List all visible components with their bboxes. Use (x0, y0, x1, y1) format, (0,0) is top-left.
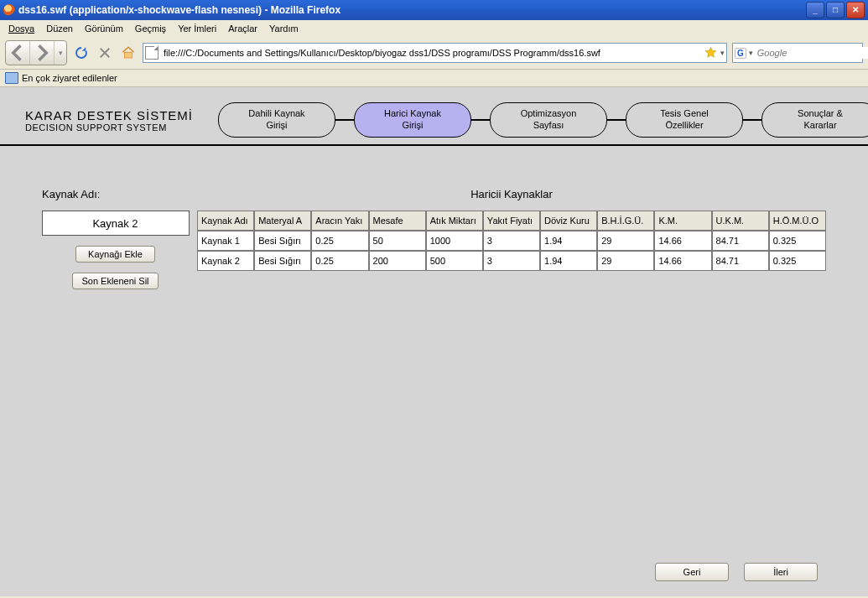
cell: 29 (597, 251, 654, 271)
url-input[interactable] (162, 47, 701, 59)
app-title-line2: DECISION SUPPORT SYSTEM (25, 122, 218, 133)
col-header-1[interactable]: Materyal A (254, 211, 311, 231)
google-g-icon: G (735, 48, 746, 59)
search-engine-dropdown-icon[interactable]: ▾ (749, 49, 753, 57)
forward-button[interactable] (30, 41, 55, 65)
menu-bookmarks[interactable]: Yer İmleri (173, 22, 221, 35)
cell: 500 (426, 251, 483, 271)
search-box[interactable]: G ▾ (732, 43, 863, 63)
divider (0, 144, 868, 146)
address-bar[interactable]: ▾ (143, 43, 727, 63)
menubar: Dosya Düzen Görünüm Geçmiş Yer İmleri Ar… (0, 20, 868, 37)
cell: 0.25 (311, 231, 368, 251)
menu-tools[interactable]: Araçlar (223, 22, 262, 35)
col-header-4[interactable]: Atık Miktarı (426, 211, 483, 231)
cell: 0.25 (311, 251, 368, 271)
cell: Besi Sığırı (254, 251, 311, 271)
flash-content: KARAR DESTEK SİSTEMİ DECISION SUPPORT SY… (0, 87, 868, 596)
app-title-line1: KARAR DESTEK SİSTEMİ (25, 108, 218, 122)
step-3[interactable]: Tesis GenelÖzellikler (626, 102, 743, 138)
table-row[interactable]: Kaynak 1Besi Sığırı0.2550100031.942914.6… (197, 231, 826, 251)
col-header-8[interactable]: K.M. (654, 211, 711, 231)
minimize-button[interactable]: _ (806, 2, 824, 18)
table-row[interactable]: Kaynak 2Besi Sığırı0.2520050031.942914.6… (197, 251, 826, 271)
cell: 1.94 (540, 251, 597, 271)
cell: Kaynak 2 (197, 251, 254, 271)
step-2[interactable]: OptimizasyonSayfası (490, 102, 607, 138)
step-connector (335, 119, 354, 121)
window-title: dss16.swf (application/x-shockwave-flash… (18, 4, 340, 16)
stop-button[interactable] (96, 44, 114, 62)
col-header-7[interactable]: B.H.İ.G.Ü. (597, 211, 654, 231)
table-title: Haricii Kaynaklar (197, 188, 826, 200)
app-title: KARAR DESTEK SİSTEMİ DECISION SUPPORT SY… (25, 108, 218, 133)
menu-file[interactable]: Dosya (3, 22, 39, 35)
most-visited-icon (5, 72, 18, 84)
back-forward-group: ▾ (5, 40, 67, 65)
menu-view[interactable]: Görünüm (80, 22, 128, 35)
cell: 14.66 (654, 231, 711, 251)
next-nav-button[interactable]: İleri (744, 563, 818, 581)
source-name-label: Kaynak Adı: (42, 188, 100, 200)
cell: Besi Sığırı (254, 231, 311, 251)
cell: 50 (369, 231, 426, 251)
step-4[interactable]: Sonuçlar &Kararlar (761, 102, 868, 138)
step-connector (607, 119, 626, 121)
cell: 1000 (426, 231, 483, 251)
cell: 14.66 (654, 251, 711, 271)
add-source-button[interactable]: Kaynağı Ekle (75, 246, 155, 263)
address-dropdown-icon[interactable]: ▾ (720, 49, 725, 57)
col-header-9[interactable]: U.K.M. (712, 211, 769, 231)
col-header-3[interactable]: Mesafe (369, 211, 426, 231)
step-1[interactable]: Harici KaynakGirişi (354, 102, 471, 138)
window-titlebar: dss16.swf (application/x-shockwave-flash… (0, 0, 868, 20)
col-header-2[interactable]: Aracın Yakı (311, 211, 368, 231)
cell: 84.71 (712, 231, 769, 251)
back-button[interactable] (6, 41, 30, 65)
bookmarks-toolbar: En çok ziyaret edilenler (0, 70, 868, 87)
col-header-6[interactable]: Döviz Kuru (540, 211, 597, 231)
source-name-input[interactable] (42, 211, 190, 236)
maximize-button[interactable]: □ (826, 2, 845, 18)
cell: 3 (483, 251, 540, 271)
cell: 3 (483, 231, 540, 251)
history-dropdown-icon[interactable]: ▾ (55, 41, 66, 65)
delete-last-button[interactable]: Son Ekleneni Sil (72, 273, 158, 289)
menu-history[interactable]: Geçmiş (130, 22, 171, 35)
menu-edit[interactable]: Düzen (41, 22, 78, 35)
cell: 0.325 (769, 231, 826, 251)
step-0[interactable]: Dahili KaynakGirişi (218, 102, 335, 138)
col-header-5[interactable]: Yakıt Fiyatı (483, 211, 540, 231)
sources-table: Kaynak AdıMateryal AAracın YakıMesafeAtı… (197, 211, 826, 271)
menu-help[interactable]: Yardım (264, 22, 304, 35)
bookmark-star-icon[interactable] (704, 46, 717, 60)
col-header-10[interactable]: H.Ö.M.Ü.O (769, 211, 826, 231)
page-icon (145, 46, 159, 60)
step-connector (471, 119, 490, 121)
search-input[interactable] (756, 47, 868, 59)
cell: 84.71 (712, 251, 769, 271)
svg-rect-0 (125, 52, 133, 58)
cell: 200 (369, 251, 426, 271)
cell: Kaynak 1 (197, 231, 254, 251)
home-button[interactable] (119, 44, 138, 62)
back-nav-button[interactable]: Geri (655, 563, 729, 581)
close-button[interactable]: ✕ (846, 2, 865, 18)
step-nav: Dahili KaynakGirişiHarici KaynakGirişiOp… (218, 102, 868, 138)
firefox-icon (3, 4, 15, 16)
step-connector (743, 119, 761, 121)
cell: 0.325 (769, 251, 826, 271)
reload-button[interactable] (72, 44, 91, 62)
nav-toolbar: ▾ ▾ G ▾ (0, 37, 868, 70)
cell: 1.94 (540, 231, 597, 251)
col-header-0[interactable]: Kaynak Adı (197, 211, 254, 231)
cell: 29 (597, 231, 654, 251)
most-visited-link[interactable]: En çok ziyaret edilenler (22, 73, 117, 83)
